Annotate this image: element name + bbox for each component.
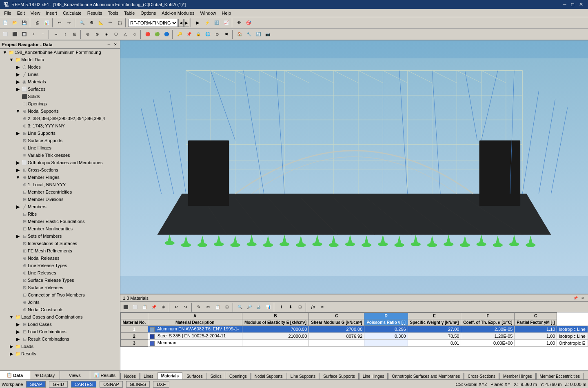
- menu-options[interactable]: Options: [138, 10, 158, 16]
- menu-calculate[interactable]: Calculate: [60, 10, 84, 16]
- pt-btn-fx2[interactable]: ≈: [318, 303, 327, 312]
- sidebar-item-member-divisions[interactable]: ⊟ Member Divisions: [0, 196, 120, 203]
- sidebar-item-nodal-releases[interactable]: ⊕ Nodal Releases: [0, 254, 120, 262]
- nav-tab-display[interactable]: 👁 Display: [30, 371, 60, 379]
- sidebar-item-load-cases-combinations[interactable]: ▼ 📁 Load Cases and Combinations: [0, 313, 120, 321]
- pt-btn-8[interactable]: ✎: [194, 303, 203, 312]
- tb-btn-d[interactable]: ✏: [106, 18, 115, 27]
- sidebar-item-surfaces[interactable]: ▶ ⬜ Surfaces: [0, 85, 120, 93]
- pt-btn-13[interactable]: 🔎: [245, 303, 254, 312]
- sidebar-item-joints[interactable]: ⊕ Joints: [0, 299, 120, 306]
- dxf-button[interactable]: DXF: [153, 381, 169, 388]
- grid-button[interactable]: GRID: [49, 381, 68, 388]
- tb2-23[interactable]: ✖: [222, 30, 231, 39]
- menu-tools[interactable]: Tools: [105, 10, 121, 16]
- tab-nodal-supports[interactable]: Nodal Supports: [251, 373, 286, 379]
- sidebar-item-load-combinations[interactable]: ▶ ⊟ Load Combinations: [0, 328, 120, 335]
- tb-undo[interactable]: ↩: [55, 18, 64, 27]
- close-button[interactable]: ✕: [577, 2, 585, 7]
- tb-btn-a[interactable]: 🔍: [78, 18, 87, 27]
- pt-btn-fx[interactable]: ƒx: [308, 303, 317, 312]
- tab-openings[interactable]: Openings: [226, 373, 251, 379]
- tb-save[interactable]: 💾: [20, 18, 29, 27]
- sidebar-item-nodal-support-2[interactable]: ⊕ 3: 1743; YYY NNY: [0, 122, 120, 129]
- sidebar-item-root[interactable]: ▼ 📁 198_Konzertbühne Aluminium Formfindu…: [0, 49, 120, 56]
- tab-lines[interactable]: Lines: [140, 373, 157, 379]
- sidebar-item-cross-sections[interactable]: ▶ ⊞ Cross-Sections: [0, 166, 120, 174]
- sidebar-item-result-combinations[interactable]: ▶ ⊟ Result Combinations: [0, 335, 120, 343]
- sidebar-item-members[interactable]: ▶ ╱ Members: [0, 203, 120, 210]
- pt-btn-16[interactable]: ⬆: [277, 303, 286, 312]
- tb2-13[interactable]: △: [121, 30, 130, 39]
- sidebar-item-member-eccentricities[interactable]: ⊟ Member Eccentricities: [0, 188, 120, 196]
- tb2-17[interactable]: 🔵: [162, 30, 171, 39]
- sidebar-item-lines[interactable]: ▶ ╱ Lines: [0, 71, 120, 78]
- sidebar-item-member-nonlinearities[interactable]: ⊟ Member Nonlinearities: [0, 225, 120, 232]
- cartes-button[interactable]: CARTES: [71, 381, 96, 388]
- tab-cross-sections[interactable]: Cross-Sections: [464, 373, 499, 379]
- table-row[interactable]: 1 Aluminum EN AW-6082 T6| ENV 1999-1- 70…: [121, 326, 588, 333]
- pt-btn-5[interactable]: ⊕: [159, 303, 168, 312]
- snap-button[interactable]: SNAP: [26, 381, 46, 388]
- pt-btn-2[interactable]: ⬜: [131, 303, 140, 312]
- tb-view1[interactable]: 👁: [235, 18, 244, 27]
- tb2-1[interactable]: ⬜: [1, 30, 10, 39]
- menu-view[interactable]: View: [28, 10, 43, 16]
- tab-nodes[interactable]: Nodes: [120, 373, 140, 379]
- tb-calc3[interactable]: 🔢: [212, 18, 221, 27]
- sidebar-item-load-cases[interactable]: ▶ ⊟ Load Cases: [0, 321, 120, 328]
- tb2-11[interactable]: ◈: [102, 30, 111, 39]
- tb-btn-c[interactable]: 📐: [96, 18, 105, 27]
- menu-help[interactable]: Help: [220, 10, 234, 16]
- pt-btn-15[interactable]: 📊: [264, 303, 273, 312]
- sidebar-item-member-hinges[interactable]: ▼ ⊕ Member Hinges: [0, 174, 120, 181]
- pt-btn-3[interactable]: 📋: [140, 303, 149, 312]
- sidebar-item-nodal-support-1[interactable]: ⊕ 2: 384,386,389,390,392,394,396,398,4: [0, 115, 120, 122]
- tb-calc2[interactable]: ⚡: [203, 18, 212, 27]
- sidebar-item-nodal-supports[interactable]: ▼ ⊕ Nodal Supports: [0, 107, 120, 115]
- tb2-7[interactable]: ↕: [61, 30, 70, 39]
- tb-new[interactable]: 📄: [1, 18, 10, 27]
- nav-tab-data[interactable]: 📋 Data: [0, 371, 30, 379]
- pt-btn-18[interactable]: ⊟: [295, 303, 304, 312]
- tb2-19[interactable]: 📌: [184, 30, 193, 39]
- pt-btn-17[interactable]: ⬇: [286, 303, 295, 312]
- sidebar-item-model-data[interactable]: ▼ 📁 Model Data: [0, 56, 120, 63]
- module-dropdown[interactable]: RF-FORM-FINDING: [128, 19, 178, 27]
- tab-member-hinges[interactable]: Member Hinges: [499, 373, 536, 379]
- sidebar-item-variable-thicknesses[interactable]: ≡ Variable Thicknesses: [0, 152, 120, 159]
- menu-results[interactable]: Results: [85, 10, 105, 16]
- sidebar-close[interactable]: ✕: [113, 42, 118, 47]
- sidebar-item-nodal-constraints[interactable]: ⊕ Nodal Constraints: [0, 306, 120, 313]
- glines-button[interactable]: GLINES: [126, 381, 150, 388]
- tb2-21[interactable]: 🌐: [203, 30, 212, 39]
- nav-tab-views[interactable]: Views: [60, 371, 90, 379]
- tb2-10[interactable]: ⊗: [93, 30, 102, 39]
- sidebar-item-sets-of-members[interactable]: ▶ ⊟ Sets of Members: [0, 232, 120, 240]
- pt-btn-9[interactable]: ✂: [204, 303, 213, 312]
- table-row[interactable]: 2 Steel S 355 | EN 10025-2:2004-11 21000…: [121, 333, 588, 340]
- osnap-button[interactable]: OSNAP: [100, 381, 123, 388]
- tab-materials[interactable]: Materials: [158, 372, 182, 379]
- tb-next[interactable]: ▶: [184, 19, 189, 27]
- tb-calc1[interactable]: ▶: [193, 18, 202, 27]
- tb-view2[interactable]: 🎯: [244, 18, 253, 27]
- tab-line-hinges[interactable]: Line Hinges: [359, 373, 388, 379]
- pt-btn-10[interactable]: 📋: [213, 303, 222, 312]
- tb2-14[interactable]: ◇: [130, 30, 139, 39]
- sidebar-item-member-hinge-1[interactable]: ⊕ 1: Local; NNN YYY: [0, 181, 120, 188]
- panel-pin-button[interactable]: 📌: [572, 295, 578, 301]
- sidebar-item-nodes[interactable]: ▶ ⬡ Nodes: [0, 63, 120, 71]
- tab-member-eccentricities[interactable]: Member Eccentricities: [536, 373, 584, 379]
- sidebar-item-line-hinges[interactable]: ⊕ Line Hinges: [0, 144, 120, 152]
- sidebar-item-ribs[interactable]: ⊟ Ribs: [0, 210, 120, 218]
- maximize-button[interactable]: □: [570, 2, 576, 7]
- menu-window[interactable]: Window: [197, 10, 218, 16]
- sidebar-item-surface-release-types[interactable]: ⊠ Surface Release Types: [0, 277, 120, 284]
- tb-prev[interactable]: ◀: [178, 19, 184, 27]
- tb2-12[interactable]: ⬡: [111, 30, 120, 39]
- menu-table[interactable]: Table: [122, 10, 137, 16]
- tb-btn-e[interactable]: ⬚: [115, 18, 124, 27]
- tab-line-supports[interactable]: Line Supports: [287, 373, 320, 379]
- sidebar-item-surface-releases[interactable]: ⊠ Surface Releases: [0, 284, 120, 291]
